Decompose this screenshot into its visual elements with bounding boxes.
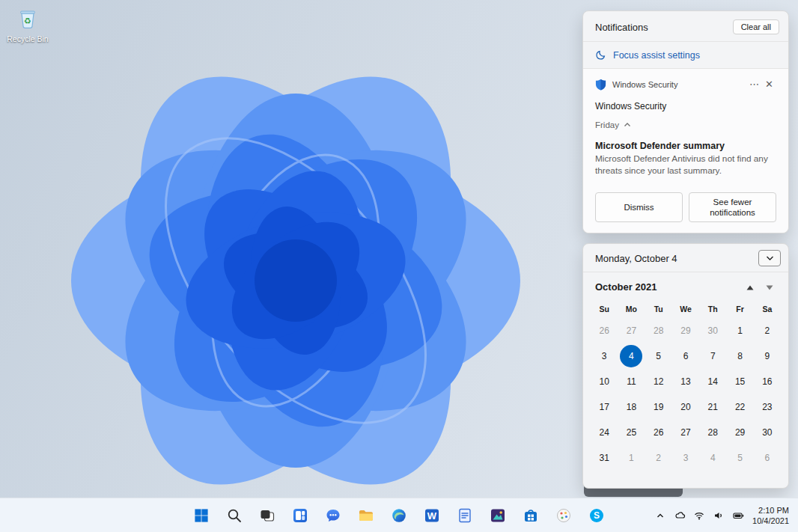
notification-card-header: Windows Security ⋯ ✕ — [595, 78, 776, 91]
calendar-day[interactable]: 3 — [674, 447, 697, 469]
calendar-day[interactable]: 6 — [674, 345, 697, 367]
taskbar-task-view-button[interactable] — [252, 501, 282, 531]
onedrive-cloud-icon — [674, 510, 686, 522]
calendar-day[interactable]: 5 — [648, 345, 670, 367]
calendar-day[interactable]: 4 — [701, 447, 724, 469]
taskbar-edge-button[interactable] — [384, 501, 414, 531]
calendar-day[interactable]: 23 — [756, 396, 779, 418]
svg-text:S: S — [594, 510, 600, 521]
calendar-day[interactable]: 15 — [729, 370, 752, 393]
calendar-flyout: Monday, October 4 October 2021 SuMoTuWeT… — [582, 243, 789, 489]
hidden-icons-chevron-icon — [654, 510, 666, 522]
dismiss-button[interactable]: Dismiss — [595, 192, 683, 222]
weekday-label: Mo — [618, 300, 645, 318]
calendar-day[interactable]: 5 — [729, 447, 752, 469]
notifications-header: Notifications Clear all — [583, 11, 788, 41]
taskbar-file-explorer-button[interactable] — [351, 501, 381, 531]
calendar-day[interactable]: 8 — [729, 345, 752, 367]
calendar-day[interactable]: 11 — [620, 370, 642, 393]
calendar-day[interactable]: 19 — [648, 396, 670, 418]
calendar-day[interactable]: 26 — [648, 421, 670, 444]
calendar-day[interactable]: 2 — [648, 447, 670, 469]
tray-volume-button[interactable] — [709, 503, 728, 528]
see-fewer-notifications-button[interactable]: See fewer notifications — [689, 192, 776, 222]
calendar-day[interactable]: 22 — [729, 396, 752, 418]
task-view-icon — [258, 507, 276, 525]
calendar-day[interactable]: 6 — [756, 447, 779, 469]
calendar-day[interactable]: 29 — [729, 421, 752, 444]
taskbar-notepad-button[interactable] — [450, 501, 480, 531]
close-icon[interactable]: ✕ — [762, 78, 776, 91]
notepad-icon — [456, 507, 474, 525]
calendar-day[interactable]: 28 — [701, 421, 724, 444]
weekday-label: Th — [699, 300, 726, 318]
calendar-day[interactable]: 30 — [701, 319, 724, 342]
calendar-day[interactable]: 28 — [648, 319, 670, 342]
calendar-day[interactable]: 18 — [620, 396, 642, 418]
calendar-day[interactable]: 17 — [593, 396, 615, 418]
calendar-day[interactable]: 1 — [729, 319, 752, 342]
notification-group-friday[interactable]: Friday — [595, 120, 776, 129]
calendar-day[interactable]: 7 — [701, 345, 724, 367]
tray-battery-button[interactable] — [728, 503, 748, 528]
calendar-day[interactable]: 24 — [593, 421, 615, 444]
chevron-up-icon — [624, 122, 631, 128]
calendar-next-month-button[interactable] — [761, 280, 778, 294]
svg-text:♻: ♻ — [24, 16, 31, 26]
taskbar-paint-button[interactable] — [549, 501, 579, 531]
calendar-day[interactable]: 16 — [756, 370, 779, 393]
calendar-day[interactable]: 21 — [701, 396, 724, 418]
recycle-bin-icon: ♻ — [16, 6, 40, 30]
clock[interactable]: 2:10 PM 10/4/2021 — [752, 505, 789, 527]
calendar-header: Monday, October 4 — [583, 244, 788, 272]
store-icon — [522, 507, 540, 525]
tray-hidden-icons-button[interactable] — [651, 503, 670, 528]
taskbar-store-button[interactable] — [516, 501, 546, 531]
calendar-prev-month-button[interactable] — [742, 280, 758, 294]
notification-subtitle: Windows Security — [595, 101, 776, 111]
calendar-day[interactable]: 9 — [756, 345, 779, 367]
calendar-day[interactable]: 20 — [674, 396, 697, 418]
notification-heading: Microsoft Defender summary — [595, 141, 776, 151]
clock-time: 2:10 PM — [752, 505, 789, 516]
more-options-icon[interactable]: ⋯ — [746, 78, 762, 91]
taskbar-photos-button[interactable] — [483, 501, 513, 531]
taskbar-skype-button[interactable]: S — [582, 501, 612, 531]
taskbar-search-button[interactable] — [219, 501, 249, 531]
taskbar-chat-button[interactable] — [318, 501, 348, 531]
calendar-day[interactable]: 13 — [674, 370, 697, 393]
recycle-bin-label: Recycle Bin — [6, 34, 49, 43]
tray-onedrive-button[interactable] — [670, 503, 689, 528]
calendar-day[interactable]: 3 — [593, 345, 615, 367]
widgets-icon — [291, 507, 309, 525]
calendar-day[interactable]: 12 — [648, 370, 670, 393]
chat-icon — [324, 507, 342, 525]
calendar-day[interactable]: 31 — [593, 447, 615, 469]
search-icon — [225, 507, 243, 525]
taskbar-start-button[interactable] — [186, 501, 216, 531]
calendar-day[interactable]: 27 — [620, 319, 642, 342]
tray-wifi-button[interactable] — [689, 503, 709, 528]
calendar-day[interactable]: 30 — [756, 421, 779, 444]
calendar-day[interactable]: 2 — [756, 319, 779, 342]
system-tray: 2:10 PM 10/4/2021 — [651, 498, 795, 532]
weekday-label: Tu — [645, 300, 672, 318]
battery-icon — [732, 510, 745, 522]
notification-body: Microsoft Defender Antivirus did not fin… — [595, 153, 776, 177]
taskbar-word-button[interactable]: W — [417, 501, 447, 531]
calendar-day[interactable]: 10 — [593, 370, 615, 393]
calendar-day[interactable]: 14 — [701, 370, 724, 393]
calendar-day-selected[interactable]: 4 — [620, 345, 642, 367]
clear-all-button[interactable]: Clear all — [733, 19, 779, 34]
calendar-day[interactable]: 1 — [620, 447, 642, 469]
calendar-day[interactable]: 25 — [620, 421, 642, 444]
recycle-bin[interactable]: ♻ Recycle Bin — [6, 6, 49, 43]
notification-group-label: Friday — [595, 120, 619, 129]
weekday-label: Sa — [754, 300, 781, 318]
taskbar-widgets-button[interactable] — [285, 501, 315, 531]
calendar-collapse-button[interactable] — [758, 250, 781, 266]
calendar-day[interactable]: 27 — [674, 421, 697, 444]
focus-assist-settings-link[interactable]: Focus assist settings — [583, 42, 788, 68]
calendar-day[interactable]: 26 — [593, 319, 615, 342]
calendar-day[interactable]: 29 — [674, 319, 697, 342]
